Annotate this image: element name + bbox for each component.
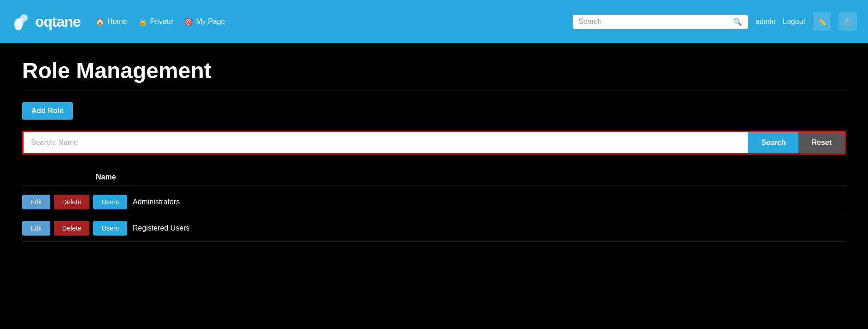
reset-button[interactable]: Reset bbox=[798, 132, 845, 153]
nav-private-label: Private bbox=[150, 17, 173, 26]
nav-home[interactable]: 🏠 Home bbox=[95, 17, 127, 26]
navbar: oqtane 🏠 Home 🔒 Private 🎯 My Page 🔍 admi… bbox=[0, 0, 868, 43]
delete-button-registered-users[interactable]: Delete bbox=[54, 221, 90, 236]
row-actions: Edit Delete Users bbox=[22, 195, 127, 209]
brand-link[interactable]: oqtane bbox=[11, 12, 81, 32]
pencil-icon: ✏️ bbox=[817, 17, 827, 26]
page-title: Role Management bbox=[22, 58, 846, 83]
brand-name: oqtane bbox=[35, 13, 81, 30]
role-name-administrators: Administrators bbox=[133, 198, 180, 206]
nav-private[interactable]: 🔒 Private bbox=[138, 17, 173, 26]
settings-button[interactable]: ⚙️ bbox=[839, 12, 857, 31]
admin-label: admin bbox=[755, 17, 775, 26]
nav-mypage-label: My Page bbox=[196, 17, 225, 26]
home-icon: 🏠 bbox=[95, 17, 105, 26]
brand-logo-icon bbox=[11, 12, 31, 32]
nav-home-label: Home bbox=[107, 17, 127, 26]
lock-icon: 🔒 bbox=[138, 17, 147, 26]
table-row: Edit Delete Users Registered Users bbox=[22, 215, 846, 242]
table-row: Edit Delete Users Administrators bbox=[22, 189, 846, 215]
navbar-search-box[interactable]: 🔍 bbox=[573, 15, 748, 29]
row-actions: Edit Delete Users bbox=[22, 221, 127, 236]
circle-icon: 🎯 bbox=[184, 17, 193, 26]
svg-point-2 bbox=[18, 17, 24, 26]
roles-table: Name Edit Delete Users Administrators Ed… bbox=[22, 169, 846, 242]
gear-icon: ⚙️ bbox=[843, 17, 852, 26]
delete-button-administrators[interactable]: Delete bbox=[54, 195, 90, 209]
navbar-search-input[interactable] bbox=[578, 17, 729, 26]
role-name-registered-users: Registered Users bbox=[133, 224, 190, 232]
nav-mypage[interactable]: 🎯 My Page bbox=[184, 17, 225, 26]
main-content: Role Management Add Role ➡ Search Reset … bbox=[0, 43, 868, 329]
search-name-input[interactable] bbox=[23, 132, 748, 153]
users-button-administrators[interactable]: Users bbox=[93, 195, 127, 209]
divider bbox=[22, 91, 846, 91]
edit-button-registered-users[interactable]: Edit bbox=[22, 221, 50, 236]
name-column-header: Name bbox=[96, 173, 116, 181]
edit-page-button[interactable]: ✏️ bbox=[813, 12, 831, 31]
add-role-button[interactable]: Add Role bbox=[22, 102, 73, 120]
edit-button-administrators[interactable]: Edit bbox=[22, 195, 50, 209]
logout-button[interactable]: Logout bbox=[783, 17, 805, 26]
search-button[interactable]: Search bbox=[748, 132, 798, 153]
search-bar-container: ➡ Search Reset bbox=[22, 131, 846, 155]
table-header: Name bbox=[22, 169, 846, 185]
users-button-registered-users[interactable]: Users bbox=[93, 221, 127, 236]
nav-links: 🏠 Home 🔒 Private 🎯 My Page bbox=[95, 17, 558, 26]
search-icon: 🔍 bbox=[733, 17, 742, 26]
navbar-right: 🔍 admin Logout ✏️ ⚙️ bbox=[573, 12, 857, 31]
